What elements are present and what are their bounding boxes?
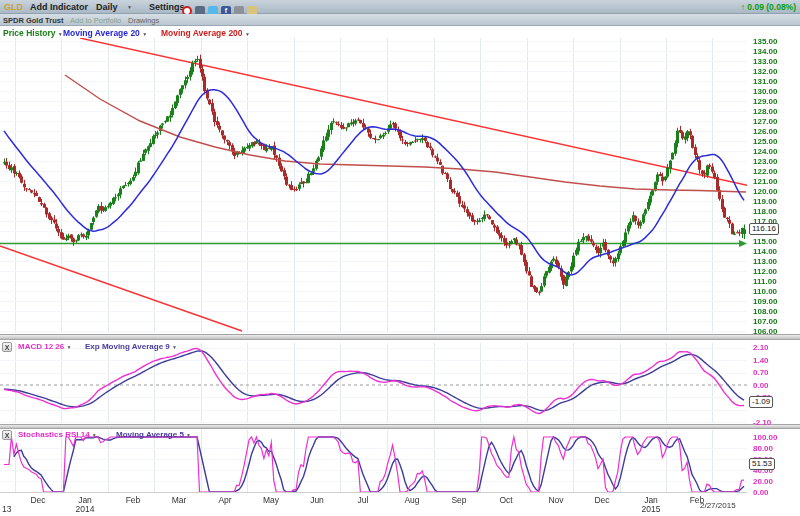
- axis-tick-label: 114.00: [753, 247, 777, 256]
- caret-icon: ▼: [66, 344, 71, 350]
- toolbar: GLD Add Indicator Daily ▼ Settings f ↑ 0…: [0, 0, 800, 14]
- drawings-button[interactable]: Drawings: [128, 16, 159, 25]
- caret-icon: ▼: [172, 344, 177, 350]
- period-dropdown[interactable]: Daily: [96, 2, 118, 12]
- price-change-readout: ↑ 0.09 (0.08%): [741, 2, 796, 12]
- axis-tick-label: 1.40: [753, 356, 769, 365]
- change-text: 0.09 (0.08%): [747, 2, 796, 12]
- ma20-dropdown[interactable]: Moving Average 20 ▼: [63, 28, 147, 38]
- stoch-close-button[interactable]: X: [2, 430, 12, 440]
- add-indicator-button[interactable]: Add Indicator: [30, 2, 88, 12]
- axis-tick-label: 109.00: [753, 297, 777, 306]
- stoch-overlay-dropdown[interactable]: Moving Average 5 ▼: [116, 430, 191, 439]
- month-label: Feb: [126, 495, 141, 505]
- axis-tick-label: 121.00: [753, 177, 777, 186]
- ma200-dropdown[interactable]: Moving Average 200 ▼: [161, 28, 250, 38]
- symbol-label: GLD: [4, 2, 23, 12]
- macd-title-dropdown[interactable]: MACD 12 26 ▼: [18, 342, 71, 351]
- month-label: Sep: [451, 495, 466, 505]
- month-label: Aug: [404, 495, 419, 505]
- month-label: Apr: [218, 495, 231, 505]
- axis-tick-label: 80.00: [753, 444, 773, 453]
- stoch-title-dropdown[interactable]: Stochastics RSI 14 ▼: [18, 430, 97, 439]
- caret-icon: ▼: [186, 432, 191, 438]
- axis-tick-label: 115.00: [753, 237, 777, 246]
- axis-tick-label: 127.00: [753, 117, 777, 126]
- left-year-label: 13: [2, 504, 11, 514]
- axis-tick-label: 123.00: [753, 157, 777, 166]
- axis-tick-label: 111.00: [753, 277, 777, 286]
- axis-tick-label: 133.00: [753, 57, 777, 66]
- stoch-value-box: 51.53: [749, 458, 775, 470]
- axis-tick-label: 135.00: [753, 37, 777, 46]
- subbar: SPDR Gold Trust Add to Portfolio Drawing…: [0, 14, 800, 26]
- axis-tick-label: 131.00: [753, 77, 777, 86]
- caret-icon: ▼: [92, 432, 97, 438]
- axis-tick-label: 100.00: [753, 433, 777, 442]
- caret-icon: ▼: [245, 31, 250, 37]
- axis-tick-label: 2.10: [753, 343, 769, 352]
- panel-divider[interactable]: [0, 424, 800, 429]
- axis-tick-label: 107.00: [753, 317, 777, 326]
- change-up-arrow-icon: ↑: [741, 2, 745, 12]
- axis-tick-label: 0.00: [753, 381, 769, 390]
- month-label: Dec: [594, 495, 609, 505]
- add-to-portfolio-link[interactable]: Add to Portfolio: [70, 16, 121, 25]
- axis-tick-label: 113.00: [753, 257, 777, 266]
- axis-tick-label: 118.00: [753, 207, 777, 216]
- macd-overlay-dropdown[interactable]: Exp Moving Average 9 ▼: [85, 342, 177, 351]
- end-date-label: 2/27/2015: [700, 501, 736, 510]
- price-history-dropdown[interactable]: Price History ▼: [3, 28, 63, 38]
- axis-tick-label: 126.00: [753, 127, 777, 136]
- instrument-name: SPDR Gold Trust: [3, 16, 63, 25]
- axis-tick-label: 132.00: [753, 67, 777, 76]
- axis-tick-label: 128.00: [753, 107, 777, 116]
- axis-tick-label: 124.00: [753, 147, 777, 156]
- last-price-box: 116.16: [749, 223, 779, 235]
- macd-value-box: -1.09: [749, 396, 773, 408]
- axis-tick-label: 129.00: [753, 97, 777, 106]
- month-label: Jun: [310, 495, 324, 505]
- year-label: 2014: [76, 504, 95, 514]
- month-label: May: [263, 495, 279, 505]
- axis-tick-label: 20.00: [753, 477, 773, 486]
- axis-tick-label: 134.00: [753, 47, 777, 56]
- axis-tick-label: 122.00: [753, 167, 777, 176]
- settings-button[interactable]: Settings: [149, 2, 185, 12]
- axis-tick-label: -2.10: [753, 418, 771, 427]
- axis-tick-label: 112.00: [753, 267, 777, 276]
- macd-close-button[interactable]: X: [2, 342, 12, 352]
- axis-tick-label: 125.00: [753, 137, 777, 146]
- month-label: Mar: [172, 495, 187, 505]
- caret-icon: ▼: [142, 31, 147, 37]
- month-label: Dec: [30, 495, 45, 505]
- month-label: Oct: [499, 495, 512, 505]
- axis-tick-label: 0.00: [753, 488, 769, 497]
- axis-tick-label: 130.00: [753, 87, 777, 96]
- charting-app: GLD Add Indicator Daily ▼ Settings f ↑ 0…: [0, 0, 800, 516]
- axis-tick-label: 119.00: [753, 197, 777, 206]
- axis-tick-label: 0.70: [753, 368, 769, 377]
- month-label: Jul: [358, 495, 369, 505]
- axis-tick-label: 108.00: [753, 307, 777, 316]
- axis-tick-label: 106.00: [753, 327, 777, 336]
- year-label: 2015: [642, 504, 661, 514]
- period-caret-icon[interactable]: ▼: [127, 4, 132, 10]
- axis-tick-label: 110.00: [753, 287, 777, 296]
- axis-tick-label: 120.00: [753, 187, 777, 196]
- panel-divider[interactable]: [0, 334, 800, 340]
- month-label: Nov: [548, 495, 563, 505]
